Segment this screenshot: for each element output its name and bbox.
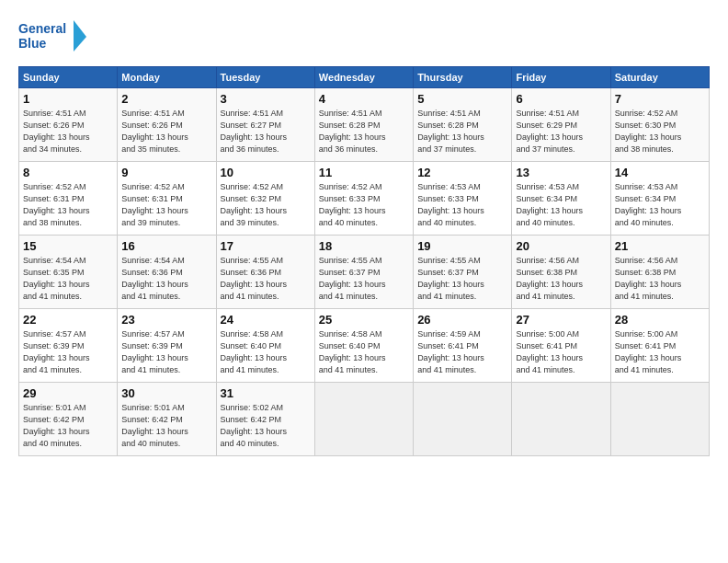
day-info: Sunrise: 4:52 AMSunset: 6:33 PMDaylight:… [319,182,386,227]
calendar-cell: 23Sunrise: 4:57 AMSunset: 6:39 PMDayligh… [118,309,216,383]
day-info: Sunrise: 4:52 AMSunset: 6:30 PMDaylight:… [615,109,682,154]
col-header-saturday: Saturday [610,67,709,88]
calendar-cell: 31Sunrise: 5:02 AMSunset: 6:42 PMDayligh… [216,383,314,456]
day-info: Sunrise: 4:51 AMSunset: 6:29 PMDaylight:… [516,109,583,154]
day-info: Sunrise: 4:58 AMSunset: 6:40 PMDaylight:… [319,329,386,374]
calendar-cell: 19Sunrise: 4:55 AMSunset: 6:37 PMDayligh… [414,236,512,309]
day-number: 12 [417,166,507,179]
calendar-cell: 15Sunrise: 4:54 AMSunset: 6:35 PMDayligh… [19,236,118,309]
calendar-cell: 7Sunrise: 4:52 AMSunset: 6:30 PMDaylight… [610,88,709,162]
day-info: Sunrise: 4:51 AMSunset: 6:28 PMDaylight:… [417,109,484,154]
day-number: 24 [221,313,311,327]
day-info: Sunrise: 5:00 AMSunset: 6:41 PMDaylight:… [615,329,682,374]
day-number: 3 [221,92,311,106]
day-info: Sunrise: 4:58 AMSunset: 6:40 PMDaylight:… [221,329,288,374]
day-info: Sunrise: 4:52 AMSunset: 6:32 PMDaylight:… [221,182,288,227]
day-info: Sunrise: 4:51 AMSunset: 6:28 PMDaylight:… [319,109,386,154]
week-row-2: 8Sunrise: 4:52 AMSunset: 6:31 PMDaylight… [19,162,710,236]
day-number: 15 [23,239,113,253]
calendar-cell: 27Sunrise: 5:00 AMSunset: 6:41 PMDayligh… [512,309,610,383]
day-number: 20 [516,239,606,253]
day-number: 31 [221,386,311,400]
calendar-cell: 6Sunrise: 4:51 AMSunset: 6:29 PMDaylight… [512,88,610,162]
day-number: 9 [121,166,211,179]
day-info: Sunrise: 4:53 AMSunset: 6:34 PMDaylight:… [516,182,583,227]
day-number: 2 [121,92,211,106]
day-info: Sunrise: 4:52 AMSunset: 6:31 PMDaylight:… [23,182,90,227]
logo: General Blue [18,17,92,57]
col-header-monday: Monday [118,67,216,88]
day-number: 29 [23,386,113,400]
day-info: Sunrise: 4:51 AMSunset: 6:26 PMDaylight:… [121,109,188,154]
day-number: 1 [23,92,113,106]
day-number: 4 [319,92,409,106]
calendar-cell: 30Sunrise: 5:01 AMSunset: 6:42 PMDayligh… [118,383,216,456]
calendar-cell: 4Sunrise: 4:51 AMSunset: 6:28 PMDaylight… [314,88,413,162]
calendar-cell: 25Sunrise: 4:58 AMSunset: 6:40 PMDayligh… [314,309,413,383]
calendar-cell: 22Sunrise: 4:57 AMSunset: 6:39 PMDayligh… [19,309,118,383]
day-info: Sunrise: 5:01 AMSunset: 6:42 PMDaylight:… [23,403,90,448]
calendar-cell: 8Sunrise: 4:52 AMSunset: 6:31 PMDaylight… [19,162,118,236]
calendar-cell [314,383,413,456]
day-number: 30 [121,386,211,400]
day-info: Sunrise: 4:53 AMSunset: 6:34 PMDaylight:… [615,182,682,227]
svg-text:General: General [18,21,66,36]
calendar-cell: 18Sunrise: 4:55 AMSunset: 6:37 PMDayligh… [314,236,413,309]
svg-marker-2 [74,20,86,52]
calendar-cell [610,383,709,456]
week-row-3: 15Sunrise: 4:54 AMSunset: 6:35 PMDayligh… [19,236,710,309]
week-row-1: 1Sunrise: 4:51 AMSunset: 6:26 PMDaylight… [19,88,710,162]
day-number: 27 [516,313,606,327]
day-number: 22 [23,313,113,327]
day-number: 8 [23,166,113,179]
calendar-cell: 12Sunrise: 4:53 AMSunset: 6:33 PMDayligh… [414,162,512,236]
day-number: 11 [319,166,409,179]
day-info: Sunrise: 4:53 AMSunset: 6:33 PMDaylight:… [417,182,484,227]
calendar-cell: 29Sunrise: 5:01 AMSunset: 6:42 PMDayligh… [19,383,118,456]
day-info: Sunrise: 4:56 AMSunset: 6:38 PMDaylight:… [615,256,682,301]
day-info: Sunrise: 4:57 AMSunset: 6:39 PMDaylight:… [121,329,188,374]
calendar-cell: 10Sunrise: 4:52 AMSunset: 6:32 PMDayligh… [216,162,314,236]
calendar-cell: 26Sunrise: 4:59 AMSunset: 6:41 PMDayligh… [414,309,512,383]
col-header-thursday: Thursday [414,67,512,88]
day-info: Sunrise: 4:52 AMSunset: 6:31 PMDaylight:… [121,182,188,227]
logo-svg: General Blue [18,17,92,57]
col-header-tuesday: Tuesday [216,67,314,88]
calendar-cell: 2Sunrise: 4:51 AMSunset: 6:26 PMDaylight… [118,88,216,162]
day-info: Sunrise: 4:51 AMSunset: 6:26 PMDaylight:… [23,109,90,154]
day-number: 21 [615,239,705,253]
day-info: Sunrise: 4:59 AMSunset: 6:41 PMDaylight:… [417,329,484,374]
calendar-cell: 1Sunrise: 4:51 AMSunset: 6:26 PMDaylight… [19,88,118,162]
calendar-cell: 21Sunrise: 4:56 AMSunset: 6:38 PMDayligh… [610,236,709,309]
day-number: 28 [615,313,705,327]
calendar-cell [414,383,512,456]
day-info: Sunrise: 5:01 AMSunset: 6:42 PMDaylight:… [121,403,188,448]
day-info: Sunrise: 4:55 AMSunset: 6:37 PMDaylight:… [417,256,484,301]
calendar-cell: 28Sunrise: 5:00 AMSunset: 6:41 PMDayligh… [610,309,709,383]
calendar-cell: 5Sunrise: 4:51 AMSunset: 6:28 PMDaylight… [414,88,512,162]
col-header-wednesday: Wednesday [314,67,413,88]
calendar-cell: 11Sunrise: 4:52 AMSunset: 6:33 PMDayligh… [314,162,413,236]
day-number: 7 [615,92,705,106]
day-info: Sunrise: 4:56 AMSunset: 6:38 PMDaylight:… [516,256,583,301]
calendar-cell: 13Sunrise: 4:53 AMSunset: 6:34 PMDayligh… [512,162,610,236]
day-number: 26 [417,313,507,327]
calendar-cell: 24Sunrise: 4:58 AMSunset: 6:40 PMDayligh… [216,309,314,383]
day-number: 6 [516,92,606,106]
week-row-4: 22Sunrise: 4:57 AMSunset: 6:39 PMDayligh… [19,309,710,383]
svg-text:Blue: Blue [18,36,47,51]
day-info: Sunrise: 4:54 AMSunset: 6:36 PMDaylight:… [121,256,188,301]
day-number: 16 [121,239,211,253]
calendar-cell: 3Sunrise: 4:51 AMSunset: 6:27 PMDaylight… [216,88,314,162]
page-header: General Blue [18,17,710,57]
week-row-5: 29Sunrise: 5:01 AMSunset: 6:42 PMDayligh… [19,383,710,456]
day-number: 10 [221,166,311,179]
day-info: Sunrise: 4:57 AMSunset: 6:39 PMDaylight:… [23,329,90,374]
header-row: SundayMondayTuesdayWednesdayThursdayFrid… [19,67,710,88]
calendar-cell: 14Sunrise: 4:53 AMSunset: 6:34 PMDayligh… [610,162,709,236]
calendar-table: SundayMondayTuesdayWednesdayThursdayFrid… [18,66,710,456]
day-info: Sunrise: 4:51 AMSunset: 6:27 PMDaylight:… [221,109,288,154]
calendar-cell: 17Sunrise: 4:55 AMSunset: 6:36 PMDayligh… [216,236,314,309]
day-info: Sunrise: 4:55 AMSunset: 6:37 PMDaylight:… [319,256,386,301]
calendar-cell [512,383,610,456]
